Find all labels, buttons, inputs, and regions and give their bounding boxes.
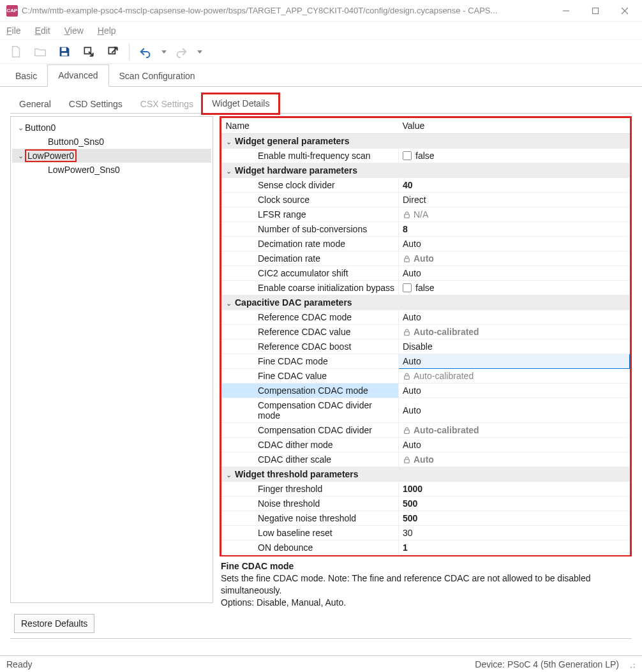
redo-button[interactable] — [172, 42, 191, 61]
tree-node-button0[interactable]: ⌄Button0 — [12, 121, 211, 135]
param-value[interactable]: Auto — [399, 354, 630, 369]
status-device: Device: PSoC 4 (5th Generation LP) — [475, 659, 619, 669]
tree-node-lowpower0_sns0[interactable]: LowPower0_Sns0 — [12, 163, 211, 177]
param-value[interactable]: 40 — [399, 178, 630, 193]
save-button[interactable] — [55, 42, 74, 61]
export-button[interactable] — [103, 42, 123, 61]
undo-dropdown[interactable] — [160, 46, 167, 57]
checkbox-icon[interactable] — [403, 151, 412, 160]
group-row[interactable]: ⌄Widget general parameters — [222, 134, 630, 149]
group-row[interactable]: ⌄Capacitive DAC parameters — [222, 295, 630, 310]
subtab-csx-settings[interactable]: CSX Settings — [131, 95, 202, 114]
param-value[interactable]: Auto — [399, 438, 630, 452]
param-value[interactable]: Disable — [399, 340, 630, 354]
open-folder-button[interactable] — [31, 42, 50, 61]
svg-point-12 — [634, 666, 635, 668]
import-button[interactable] — [79, 42, 98, 61]
param-row[interactable]: Reference CDAC modeAuto — [222, 310, 630, 325]
param-row[interactable]: CIC2 accumulator shiftAuto — [222, 266, 630, 281]
param-value[interactable]: 500 — [399, 511, 630, 526]
param-row[interactable]: Negative noise threshold500 — [222, 511, 630, 526]
subtab-csd-settings[interactable]: CSD Settings — [60, 95, 131, 114]
param-row[interactable]: LFSR rangeN/A — [222, 207, 630, 222]
param-row[interactable]: Low baseline reset30 — [222, 526, 630, 541]
param-value[interactable]: N/A — [399, 207, 630, 222]
chevron-down-icon[interactable]: ⌄ — [226, 471, 235, 479]
param-value[interactable]: false — [399, 149, 630, 163]
param-name: Number of sub-conversions — [222, 222, 399, 237]
param-value[interactable]: Auto-calibrated — [399, 369, 630, 384]
param-value[interactable]: Auto — [399, 398, 630, 423]
widget-tree[interactable]: ⌄Button0Button0_Sns0⌄LowPower0LowPower0_… — [10, 116, 213, 603]
tab-scan-configuration[interactable]: Scan Configuration — [109, 66, 205, 87]
param-row[interactable]: Reference CDAC valueAuto-calibrated — [222, 325, 630, 340]
chevron-down-icon[interactable]: ⌄ — [226, 167, 235, 175]
param-value[interactable]: Auto-calibrated — [399, 423, 630, 438]
checkbox-icon[interactable] — [403, 283, 412, 292]
chevron-down-icon[interactable]: ⌄ — [226, 299, 235, 308]
param-value[interactable]: Auto — [399, 266, 630, 281]
param-row[interactable]: Enable coarse initialization bypassfalse — [222, 281, 630, 295]
svg-rect-10 — [405, 430, 410, 433]
menu-edit[interactable]: Edit — [35, 26, 50, 36]
param-row[interactable]: Decimation rateAuto — [222, 251, 630, 266]
param-value[interactable]: 8 — [399, 222, 630, 237]
resize-grip-icon[interactable] — [627, 660, 636, 669]
param-row[interactable]: Sense clock divider40 — [222, 178, 630, 193]
param-row[interactable]: Enable multi-frequency scanfalse — [222, 149, 630, 163]
chevron-down-icon[interactable]: ⌄ — [16, 152, 25, 160]
undo-button[interactable] — [136, 42, 155, 61]
chevron-down-icon[interactable]: ⌄ — [16, 124, 25, 132]
param-row[interactable]: Compensation CDAC modeAuto — [222, 384, 630, 398]
subtab-widget-details[interactable]: Widget Details — [202, 94, 279, 114]
redo-dropdown[interactable] — [196, 46, 202, 57]
param-value[interactable]: 30 — [399, 526, 630, 541]
tab-basic[interactable]: Basic — [5, 66, 47, 87]
param-row[interactable]: Clock sourceDirect — [222, 193, 630, 207]
param-value[interactable]: Auto — [399, 237, 630, 251]
statusbar: Ready Device: PSoC 4 (5th Generation LP) — [0, 655, 642, 672]
param-name: Fine CDAC mode — [222, 354, 399, 369]
menu-help[interactable]: Help — [98, 26, 116, 36]
subtab-general[interactable]: General — [10, 95, 60, 114]
menu-file[interactable]: File — [6, 26, 21, 36]
param-row[interactable]: Fine CDAC valueAuto-calibrated — [222, 369, 630, 384]
param-value[interactable]: Auto — [399, 452, 630, 467]
parameter-table[interactable]: Name Value ⌄Widget general parametersEna… — [221, 118, 630, 555]
new-file-button[interactable] — [6, 42, 26, 61]
tree-node-button0_sns0[interactable]: Button0_Sns0 — [12, 135, 211, 149]
param-value[interactable]: 500 — [399, 497, 630, 511]
param-row[interactable]: Decimation rate modeAuto — [222, 237, 630, 251]
param-value[interactable]: 1 — [399, 541, 630, 555]
param-row[interactable]: Compensation CDAC dividerAuto-calibrated — [222, 423, 630, 438]
chevron-down-icon[interactable]: ⌄ — [226, 138, 235, 146]
param-row[interactable]: Fine CDAC modeAuto — [222, 354, 630, 369]
param-value[interactable]: Auto — [399, 384, 630, 398]
tree-node-label: Button0 — [25, 123, 56, 133]
tab-advanced[interactable]: Advanced — [47, 64, 108, 87]
param-row[interactable]: CDAC dither modeAuto — [222, 438, 630, 452]
column-header-name[interactable]: Name — [222, 118, 399, 134]
param-row[interactable]: Finger threshold1000 — [222, 482, 630, 497]
param-row[interactable]: CDAC dither scaleAuto — [222, 452, 630, 467]
param-value[interactable]: Direct — [399, 193, 630, 207]
maximize-button[interactable] — [581, 1, 610, 21]
param-row[interactable]: ON debounce1 — [222, 541, 630, 555]
group-row[interactable]: ⌄Widget hardware parameters — [222, 163, 630, 178]
param-value[interactable]: Auto-calibrated — [399, 325, 630, 340]
group-row[interactable]: ⌄Widget threshold parameters — [222, 467, 630, 482]
param-value[interactable]: Auto — [399, 310, 630, 325]
menu-view[interactable]: View — [64, 26, 84, 36]
close-button[interactable] — [610, 1, 639, 21]
restore-defaults-button[interactable]: Restore Defaults — [14, 614, 94, 633]
param-value[interactable]: false — [399, 281, 630, 295]
param-value[interactable]: 1000 — [399, 482, 630, 497]
param-value[interactable]: Auto — [399, 251, 630, 266]
minimize-button[interactable] — [551, 1, 581, 21]
param-row[interactable]: Number of sub-conversions8 — [222, 222, 630, 237]
column-header-value[interactable]: Value — [399, 118, 630, 134]
param-row[interactable]: Compensation CDAC divider modeAuto — [222, 398, 630, 423]
param-row[interactable]: Reference CDAC boostDisable — [222, 340, 630, 354]
param-row[interactable]: Noise threshold500 — [222, 497, 630, 511]
tree-node-lowpower0[interactable]: ⌄LowPower0 — [12, 149, 211, 163]
